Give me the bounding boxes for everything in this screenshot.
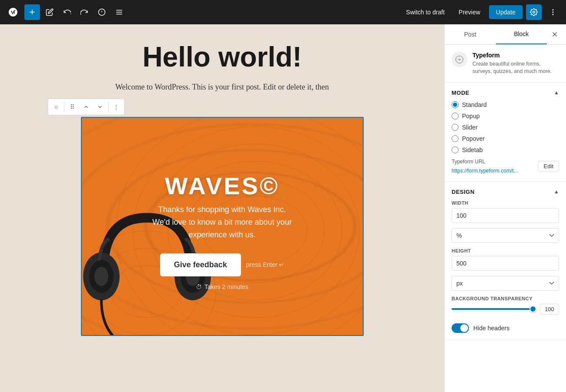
design-title: Design bbox=[452, 189, 475, 195]
height-unit-select[interactable]: px % em bbox=[452, 276, 559, 291]
move-down-button[interactable] bbox=[93, 100, 107, 114]
mode-popover-label: Popover bbox=[462, 135, 485, 142]
redo-button[interactable] bbox=[77, 4, 92, 20]
update-button[interactable]: Update bbox=[489, 5, 522, 19]
svg-point-6 bbox=[533, 11, 535, 13]
hide-headers-row: Hide headers bbox=[452, 320, 559, 333]
sidebar-header: Post Block bbox=[445, 24, 566, 45]
cta-row: Give feedback press Enter ↵ bbox=[160, 253, 285, 276]
mode-option-slider[interactable]: Slider bbox=[452, 124, 559, 131]
mode-option-sidetab[interactable]: Sidetab bbox=[452, 146, 559, 153]
width-label: WIDTH bbox=[452, 200, 559, 206]
typeform-url-row: Typeform URL https://form.typeform.com/t… bbox=[452, 159, 559, 174]
svg-point-8 bbox=[553, 12, 553, 13]
press-enter-hint: press Enter ↵ bbox=[246, 261, 284, 268]
sidebar: Post Block Typeform Create beautiful onl… bbox=[444, 24, 566, 392]
more-options-button[interactable] bbox=[545, 4, 561, 20]
mode-chevron-icon: ▲ bbox=[554, 90, 559, 96]
edit-url-button[interactable]: Edit bbox=[538, 161, 559, 172]
transparency-slider[interactable] bbox=[452, 308, 536, 310]
height-input[interactable] bbox=[452, 256, 559, 271]
width-field-group: WIDTH bbox=[452, 200, 559, 223]
main-toolbar: + Switch to draft Preview Update bbox=[0, 0, 566, 24]
edit-button[interactable] bbox=[42, 4, 57, 20]
design-section-header[interactable]: Design ▲ bbox=[452, 189, 559, 195]
url-label: Typeform URL bbox=[452, 159, 538, 165]
transparency-slider-row bbox=[452, 304, 559, 315]
main-area: Hello world! Welcome to WordPress. This … bbox=[0, 24, 566, 392]
svg-point-9 bbox=[553, 14, 553, 15]
height-unit-group: px % em bbox=[452, 276, 559, 291]
width-unit-group: % px em bbox=[452, 228, 559, 243]
tab-post[interactable]: Post bbox=[445, 25, 496, 44]
toolbar-divider-2 bbox=[108, 102, 108, 112]
typeform-plugin-desc: Create beautiful online forms, surveys, … bbox=[472, 60, 559, 75]
mode-title: Mode bbox=[452, 90, 469, 96]
typeform-icon bbox=[452, 52, 467, 67]
height-label: HEIGHT bbox=[452, 248, 559, 253]
settings-button[interactable] bbox=[526, 4, 542, 20]
add-block-button[interactable]: + bbox=[24, 4, 40, 20]
block-type-button[interactable]: ○ bbox=[49, 100, 63, 114]
typeform-embed: WAVES© Thanks for shopping with Waves In… bbox=[82, 118, 363, 335]
typeform-url-link[interactable]: https://form.typeform.com/t... bbox=[452, 168, 518, 174]
switch-draft-button[interactable]: Switch to draft bbox=[401, 6, 450, 18]
preview-button[interactable]: Preview bbox=[453, 6, 486, 18]
hide-headers-label: Hide headers bbox=[473, 325, 509, 332]
transparency-value-input[interactable] bbox=[540, 304, 559, 315]
mode-options: Standard Popup Slider Popover Sidetab bbox=[452, 101, 559, 153]
bg-transparency-group: BACKGROUND TRANSPARENCY bbox=[452, 296, 559, 315]
wp-logo[interactable] bbox=[5, 4, 21, 20]
mode-sidetab-label: Sidetab bbox=[462, 146, 482, 153]
editor-area: Hello world! Welcome to WordPress. This … bbox=[0, 24, 444, 392]
svg-point-7 bbox=[553, 10, 553, 10]
mode-section-header[interactable]: Mode ▲ bbox=[452, 90, 559, 96]
width-unit-select[interactable]: % px em bbox=[452, 228, 559, 243]
mode-popup-label: Popup bbox=[462, 113, 479, 120]
waves-brand-title: WAVES© bbox=[165, 172, 279, 200]
typeform-block[interactable]: WAVES© Thanks for shopping with Waves In… bbox=[81, 117, 364, 336]
height-field-group: HEIGHT bbox=[452, 248, 559, 271]
takes-time-text: Takes 2 minutes bbox=[204, 283, 248, 290]
typeform-plugin-name: Typeform bbox=[472, 52, 559, 59]
list-view-button[interactable] bbox=[111, 4, 127, 20]
block-more-button[interactable]: ⋮ bbox=[109, 100, 123, 114]
waves-tagline: Thanks for shopping with Waves Inc. We'd… bbox=[148, 203, 296, 241]
sidebar-close-button[interactable] bbox=[547, 27, 563, 42]
hide-headers-toggle[interactable] bbox=[452, 323, 469, 333]
design-chevron-icon: ▲ bbox=[554, 189, 559, 195]
move-up-button[interactable] bbox=[79, 100, 93, 114]
design-section: Design ▲ WIDTH % px em HEIGHT p bbox=[445, 182, 566, 340]
undo-button[interactable] bbox=[59, 4, 75, 20]
takes-time-info: ⏱ Takes 2 minutes bbox=[196, 283, 248, 290]
drag-handle[interactable]: ⠿ bbox=[65, 100, 79, 114]
mode-section: Mode ▲ Standard Popup Slider Po bbox=[445, 83, 566, 182]
tab-block[interactable]: Block bbox=[496, 24, 547, 44]
mode-option-popover[interactable]: Popover bbox=[452, 135, 559, 142]
post-content[interactable]: Welcome to WordPress. This is your first… bbox=[115, 83, 329, 92]
info-button[interactable] bbox=[94, 4, 110, 20]
give-feedback-button[interactable]: Give feedback bbox=[160, 253, 241, 276]
typeform-plugin-info: Typeform Create beautiful online forms, … bbox=[472, 52, 559, 75]
mode-slider-label: Slider bbox=[462, 124, 478, 131]
svg-point-21 bbox=[94, 267, 108, 286]
width-input[interactable] bbox=[452, 208, 559, 223]
typeform-plugin-section: Typeform Create beautiful online forms, … bbox=[445, 45, 566, 83]
mode-option-standard[interactable]: Standard bbox=[452, 101, 559, 108]
block-toolbar: ○ ⠿ ⋮ bbox=[48, 99, 124, 115]
toolbar-divider bbox=[64, 102, 64, 112]
clock-icon: ⏱ bbox=[196, 283, 202, 290]
toolbar-right: Switch to draft Preview Update bbox=[401, 4, 561, 20]
post-title[interactable]: Hello world! bbox=[142, 42, 301, 72]
url-group: Typeform URL https://form.typeform.com/t… bbox=[452, 159, 538, 174]
mode-option-popup[interactable]: Popup bbox=[452, 113, 559, 120]
bg-transparency-label: BACKGROUND TRANSPARENCY bbox=[452, 296, 559, 301]
mode-standard-label: Standard bbox=[462, 101, 487, 108]
